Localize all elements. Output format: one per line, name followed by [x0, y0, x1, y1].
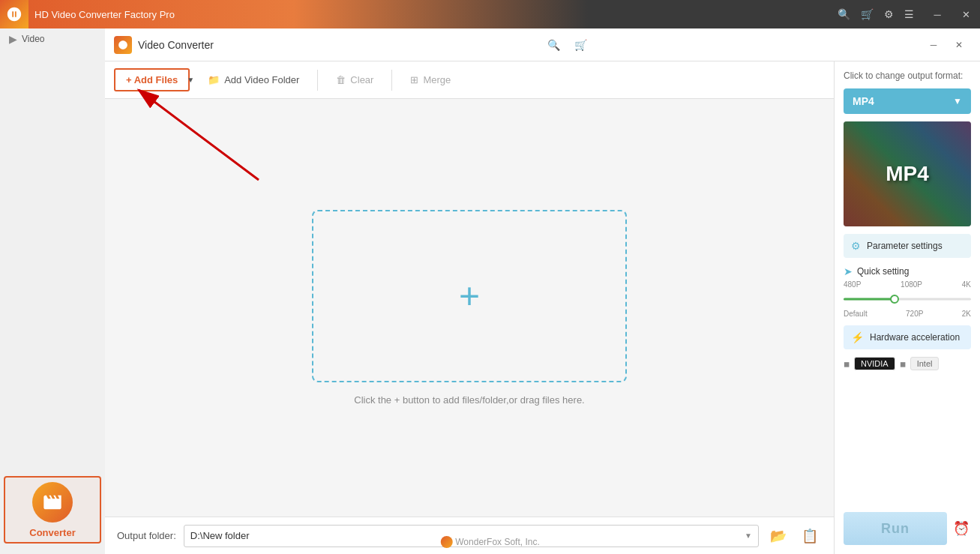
sidebar-item-video[interactable]: ▶ Video: [0, 28, 105, 49]
hw-acceleration-button[interactable]: ⚡ Hardware acceleration: [844, 325, 971, 349]
win-search-icon[interactable]: 🔍: [542, 34, 566, 55]
bottom-bar: Output folder: D:\New folder ▼ 📂 📋: [105, 517, 834, 554]
win-cart-icon[interactable]: 🛒: [569, 34, 593, 55]
drop-zone-hint: Click the + button to add files/folder,o…: [354, 394, 584, 406]
quick-setting-label: Quick setting: [857, 266, 909, 277]
merge-button[interactable]: ⊞ Merge: [400, 70, 461, 90]
schedule-button[interactable]: ⏰: [952, 517, 971, 541]
menu-icon[interactable]: ☰: [904, 8, 914, 20]
sub-default: Default: [844, 310, 868, 318]
win-controls: ─ ✕: [922, 34, 971, 55]
add-video-folder-button[interactable]: 📁 Add Video Folder: [197, 70, 310, 90]
mp4-thumbnail: MP4: [844, 121, 971, 226]
gpu-row: ◼ NVIDIA ◼ Intel: [844, 357, 971, 370]
quality-slider[interactable]: [844, 292, 971, 307]
fox-icon: [440, 536, 452, 548]
param-icon: ⚙: [851, 240, 861, 252]
run-row: Run ⏰: [844, 512, 971, 545]
quality-thumb[interactable]: [890, 295, 899, 304]
film-icon: [42, 492, 63, 513]
folder-icon: 📁: [208, 74, 220, 85]
parameter-settings-button[interactable]: ⚙ Parameter settings: [844, 234, 971, 258]
app-logo: [0, 0, 28, 28]
sub-2k: 2K: [962, 310, 971, 318]
sidebar: ▶ Video Converter: [0, 28, 105, 554]
format-arrow-icon: ▼: [953, 96, 962, 106]
label-1080p: 1080P: [901, 280, 922, 289]
cart-icon[interactable]: 🛒: [861, 8, 874, 20]
quality-track: [844, 298, 971, 301]
open-output-button[interactable]: 📋: [798, 525, 822, 547]
window-logo-icon: [118, 40, 128, 50]
drop-zone-area: + Click the + button to add files/folder…: [105, 99, 834, 517]
logo-icon: [6, 6, 22, 22]
quick-setting-icon: ➤: [844, 265, 853, 277]
title-bar: HD Video Converter Factory Pro 🔍 🛒 ⚙ ☰ ─…: [0, 0, 980, 28]
intel-logo-icon: ◼: [900, 360, 906, 368]
select-arrow-icon: ▼: [745, 532, 752, 540]
drop-zone[interactable]: +: [312, 210, 627, 382]
settings-icon[interactable]: ⚙: [884, 8, 894, 20]
footer-text: WonderFox Soft, Inc.: [455, 537, 540, 547]
format-name: MP4: [853, 95, 874, 107]
toolbar: + Add Files ▼ 📁 Add Video Folder 🗑 Clear…: [105, 61, 834, 99]
quality-sub-labels: Default 720P 2K: [844, 310, 971, 318]
sub-720p: 720P: [906, 310, 923, 318]
label-480p: 480P: [844, 280, 861, 289]
search-icon[interactable]: 🔍: [838, 8, 850, 20]
clear-button[interactable]: 🗑 Clear: [325, 70, 384, 90]
nvidia-logo-icon: ◼: [844, 360, 850, 368]
toolbar-divider: [317, 70, 318, 91]
drop-zone-plus-icon: +: [459, 278, 480, 314]
converter-panel: + Add Files ▼ 📁 Add Video Folder 🗑 Clear…: [105, 61, 834, 554]
footer: WonderFox Soft, Inc.: [440, 536, 540, 548]
run-button[interactable]: Run: [844, 512, 947, 545]
dropdown-arrow[interactable]: ▼: [187, 76, 194, 84]
label-4k: 4K: [962, 280, 971, 289]
output-icon: 📋: [802, 528, 818, 544]
quick-setting-section: ➤ Quick setting 480P 1080P 4K Default 72: [844, 265, 971, 318]
win-close[interactable]: ✕: [947, 34, 971, 55]
merge-icon: ⊞: [410, 74, 418, 85]
format-label: Click to change output format:: [844, 70, 971, 81]
add-files-button[interactable]: + Add Files: [114, 68, 190, 91]
window-title-bar: Video Converter 🔍 🛒 ─ ✕: [105, 28, 980, 61]
browse-folder-button[interactable]: 📂: [766, 525, 790, 547]
quality-top-labels: 480P 1080P 4K: [844, 280, 971, 289]
converter-label: Converter: [29, 527, 75, 538]
converter-icon: [32, 482, 73, 523]
window-title: Video Converter: [138, 39, 214, 51]
window-logo: [114, 36, 132, 54]
format-selector[interactable]: MP4 ▼: [844, 88, 971, 114]
intel-badge: Intel: [910, 357, 940, 370]
app-title: HD Video Converter Factory Pro: [34, 9, 838, 20]
hw-icon: ⚡: [851, 331, 864, 343]
video-icon: ▶: [9, 33, 17, 45]
quality-fill: [844, 298, 895, 301]
win-minimize[interactable]: ─: [922, 34, 946, 55]
toolbar-divider-2: [391, 70, 392, 91]
title-bar-icons: 🔍 🛒 ⚙ ☰: [838, 8, 923, 20]
close-button[interactable]: ✕: [952, 0, 980, 28]
sidebar-video-label: Video: [22, 34, 44, 44]
minimize-button[interactable]: ─: [923, 0, 952, 28]
nvidia-badge: NVIDIA: [854, 357, 895, 370]
window-controls: ─ ✕: [923, 0, 980, 28]
clear-icon: 🗑: [336, 74, 346, 85]
mp4-label: MP4: [886, 162, 929, 186]
open-folder-icon: 📂: [770, 528, 787, 544]
window-title-left: Video Converter: [114, 36, 214, 54]
sidebar-item-converter[interactable]: Converter: [4, 476, 101, 544]
right-panel: Click to change output format: MP4 ▼ MP4…: [834, 61, 980, 554]
content-area: + Add Files ▼ 📁 Add Video Folder 🗑 Clear…: [105, 61, 980, 554]
clock-icon: ⏰: [953, 520, 970, 537]
output-folder-label: Output folder:: [117, 530, 176, 541]
window-icons: 🔍 🛒: [542, 34, 593, 55]
main-window: Video Converter 🔍 🛒 ─ ✕ + Add Files ▼ 📁 …: [105, 28, 980, 554]
